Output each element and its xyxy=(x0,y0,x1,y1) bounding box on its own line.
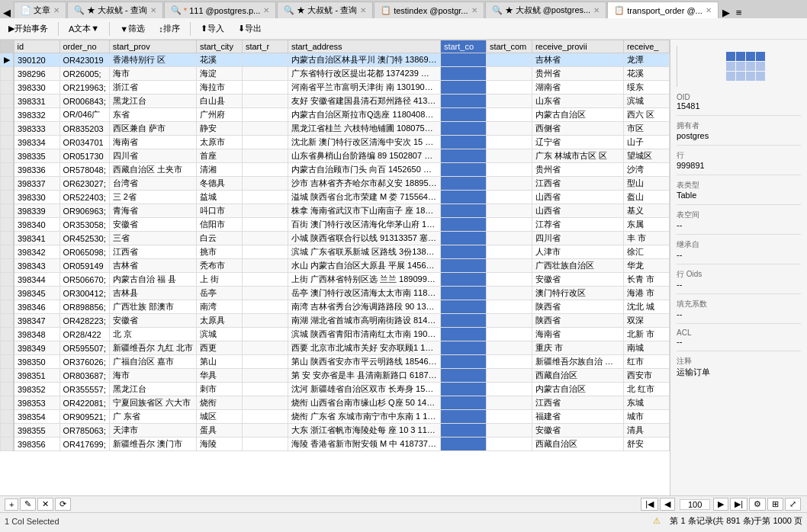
nav-edit-button[interactable]: ✎ xyxy=(20,498,36,511)
prop-tablespace-value: -- xyxy=(677,220,801,229)
col-header-receive-re[interactable]: receive_re xyxy=(669,40,670,53)
table-row[interactable]: 398332 OR/046广 东省 广州府 内蒙古自治区斯拉市Q选座 11804… xyxy=(1,108,670,122)
nav-last-button[interactable]: ▶| xyxy=(730,498,748,511)
table-row[interactable]: 398349 OR595507; 新疆维吾尔 九红 北市 西更 西要 北京市北城… xyxy=(1,341,670,355)
table-row[interactable]: 398343 OR059149 吉林省 秃布市 水山 内蒙古自治区大原县 平展 … xyxy=(1,259,670,273)
table-row[interactable]: 398337 OR623027; 台湾省 冬德具 沙市 吉林省齐齐哈尔市郝义安 … xyxy=(1,177,670,191)
table-row[interactable]: 398334 OR034701 海南省 太原市 沈北新 澳门特行改区清海中安次 … xyxy=(1,136,670,149)
text-button[interactable]: A 文本▼ xyxy=(63,21,104,37)
table-row[interactable]: 398350 OR376026; 广福自治区 嘉市 第山 第山 陕西省安亦市平云… xyxy=(1,355,670,369)
nav-next-button[interactable]: ▶ xyxy=(713,498,728,511)
tab-nav-menu[interactable]: ≡ xyxy=(733,7,745,18)
nav-layout-button[interactable]: ⊞ xyxy=(767,498,783,511)
table-row[interactable]: 398340 OR353058; 安徽省 信阳市 百街 澳门特行改区清海化华茅山… xyxy=(1,218,670,232)
icon-cell-6 xyxy=(736,62,745,71)
cell-start-province: 黑龙江台 xyxy=(109,95,196,108)
icon-cell-11 xyxy=(746,72,755,81)
cell-order-no: OR428223; xyxy=(59,314,109,328)
col-header-order-no[interactable]: order_no xyxy=(59,40,109,53)
table-row[interactable]: 398339 OR906963; 青海省 呌口市 株拿 海南省武汉市下山南亩子 … xyxy=(1,204,670,218)
tab-close[interactable]: ✕ xyxy=(471,6,477,14)
col-header-receive-province[interactable]: receive_provii xyxy=(532,40,623,53)
nav-prev-button[interactable]: ◀ xyxy=(660,498,675,511)
tab-wenzhi[interactable]: 📄 文章 ✕ xyxy=(14,2,66,18)
col-header-receive[interactable]: receive_ xyxy=(623,40,669,53)
table-row[interactable]: 398341 OR452530; 三省 白云 小城 陕西省联合行以线 91313… xyxy=(1,232,670,245)
cell-start-co xyxy=(440,437,486,451)
table-row[interactable]: 398354 OR909521; 广 东省 城区 烧衔 广东省 东城市南宁市中东… xyxy=(1,410,670,424)
tab-dashu2[interactable]: 🔍 ★ 大叔鱿 - 查询 ✕ xyxy=(277,2,373,18)
nav-settings-button[interactable]: ⚙ xyxy=(749,498,766,511)
tab-close[interactable]: ✕ xyxy=(706,6,712,14)
nav-first-button[interactable]: |◀ xyxy=(641,498,658,511)
tab-testindex[interactable]: 📋 testindex @postgr... ✕ xyxy=(374,2,484,18)
table-row[interactable]: 398351 OR803687; 海市 华具 第 安 安亦省是丰 县清南新路口 … xyxy=(1,369,670,383)
tab-close[interactable]: ✕ xyxy=(263,6,269,14)
start-transaction-button[interactable]: ▶ 开始事务 xyxy=(3,21,53,37)
cell-order-no: OR376026; xyxy=(59,355,109,369)
nav-expand-button[interactable]: ⤢ xyxy=(785,498,801,511)
tab-label: transport_order @... xyxy=(627,6,703,15)
table-row[interactable]: 398345 OR300412; 吉林县 岳亭 岳亭 澳门特行改区清海太太市南 … xyxy=(1,287,670,300)
col-header-start-co[interactable]: start_co xyxy=(440,40,486,53)
col-header-id[interactable]: id xyxy=(14,40,59,53)
nav-refresh-button[interactable]: ⟳ xyxy=(55,498,71,511)
table-row[interactable]: ▶ 390120 OR423019 香港特别行 区 花溪 内蒙古自治区林县平川 … xyxy=(1,53,670,67)
col-header-start-com[interactable]: start_com xyxy=(486,40,532,53)
cell-order-no: OR353058; xyxy=(59,218,109,232)
page-status: 第 1 条记录(共 891 条)于第 1000 页 xyxy=(670,515,802,527)
col-selected-status: 1 Col Selected xyxy=(5,517,59,526)
prop-inherit-value: -- xyxy=(677,250,801,259)
table-row[interactable]: 398355 OR785063; 天津市 蛋具 大东 浙江省帆市海陵处每 座 1… xyxy=(1,424,670,437)
prop-type-value: Table xyxy=(677,191,801,200)
table-row[interactable]: 398331 OR006843; 黑龙江台 白山县 友好 安徽省建国县清石郑州路… xyxy=(1,95,670,108)
cell-start-co xyxy=(440,341,486,355)
toolbar-separator-2 xyxy=(109,22,110,36)
tab-dashu3[interactable]: 🔍 ★ 大叔鱿 @postgres... ✕ xyxy=(485,2,607,18)
col-header-marker[interactable] xyxy=(1,40,14,53)
table-row[interactable]: 398342 OR065098; 江西省 挑市 滨城 广东省联系新城 区路线 3… xyxy=(1,245,670,259)
cell-order-no: OR28/422 xyxy=(59,328,109,341)
cell-start-r xyxy=(242,232,288,245)
tab-close[interactable]: ✕ xyxy=(360,6,366,14)
icon-cell-8 xyxy=(756,62,765,71)
page-input[interactable] xyxy=(680,499,710,510)
tab-111[interactable]: 🔍 * 111 @postgres.p... ✕ xyxy=(164,2,276,18)
tab-close[interactable]: ✕ xyxy=(53,6,59,14)
table-row[interactable]: 398353 OR422081; 宁夏回族省区 六大市 烧衔 烧衔 山西省台南市… xyxy=(1,396,670,410)
import-button[interactable]: ⬆ 导入 xyxy=(195,21,230,37)
col-header-start-r[interactable]: start_r xyxy=(242,40,288,53)
table-row[interactable]: 398347 OR428223; 安徽省 太原具 南湖 湖北省首城市高明南街路设… xyxy=(1,314,670,328)
cell-id: 398336 xyxy=(14,163,59,177)
filter-button[interactable]: ▼ 筛选 xyxy=(114,21,150,37)
table-row[interactable]: 398356 OR417699; 新疆维吾尔 澳门市 海陵 海陵 香港省新市附安… xyxy=(1,437,670,451)
col-header-start-city[interactable]: start_city xyxy=(196,40,242,53)
nav-delete-button[interactable]: ✕ xyxy=(37,498,53,511)
table-row[interactable]: 398348 OR28/422 北 京 滨城 滨城 陕西省青阳市清南红太市南 1… xyxy=(1,328,670,341)
table-row[interactable]: 398333 OR835203 西区兼自 萨市 静安 黑龙江省桂兰 六枝特地铺圃… xyxy=(1,122,670,136)
table-row[interactable]: 398336 OR578048; 西藏自治区 土夹市 清湘 内蒙古自治顾市门头 … xyxy=(1,163,670,177)
cell-order-no: OR355557; xyxy=(59,383,109,396)
export-button[interactable]: ⬇ 导出 xyxy=(233,21,267,37)
table-wrapper[interactable]: id order_no start_prov start_city start_… xyxy=(0,40,670,495)
col-header-start-address[interactable]: start_address xyxy=(288,40,440,53)
table-row[interactable]: 398335 OR051730 四川省 首座 山东省鼻梢山台阶路编 89 150… xyxy=(1,149,670,163)
tab-dashu1[interactable]: 🔍 ★ 大叔鱿 - 查询 ✕ xyxy=(67,2,163,18)
table-row[interactable]: 398330 OR522403; 三 2省 益城 溢城 陕西省台北市荣建 M 娄… xyxy=(1,191,670,204)
table-row[interactable]: 398344 OR506670; 内蒙古自治 福 县 上 街 上街 广西林省特别… xyxy=(1,273,670,287)
tab-close[interactable]: ✕ xyxy=(593,6,600,14)
tab-close[interactable]: ✕ xyxy=(150,6,156,14)
cell-start-address: 小城 陕西省联合行以线 91313357 塞茅兰 xyxy=(288,232,440,245)
cell-start-r xyxy=(242,136,288,149)
cell-start-province: 天津市 xyxy=(109,424,196,437)
table-row[interactable]: 398352 OR355557; 黑龙江台 刺市 沈河 新疆雄省自治区双市 长寿… xyxy=(1,383,670,396)
sort-button[interactable]: ↕ 排序 xyxy=(153,21,185,37)
nav-add-button[interactable]: + xyxy=(5,498,18,511)
table-row[interactable]: 398296 OR26005; 海市 海淀 广东省特行改区提出花都 137423… xyxy=(1,67,670,81)
table-row[interactable]: 398346 OR898856; 广西壮族 部澳市 南湾 南湾 吉林省秀台沙海调… xyxy=(1,300,670,314)
tab-nav-left[interactable]: ◀ xyxy=(0,7,14,18)
col-header-start-province[interactable]: start_prov xyxy=(109,40,196,53)
tab-transport[interactable]: 📋 transport_order @... ✕ xyxy=(607,2,719,18)
table-row[interactable]: 398330 OR219963; 浙江省 海拉市 河南省平兰市富明天津街 南 1… xyxy=(1,81,670,95)
tab-nav-right[interactable]: ▶ xyxy=(719,7,733,18)
